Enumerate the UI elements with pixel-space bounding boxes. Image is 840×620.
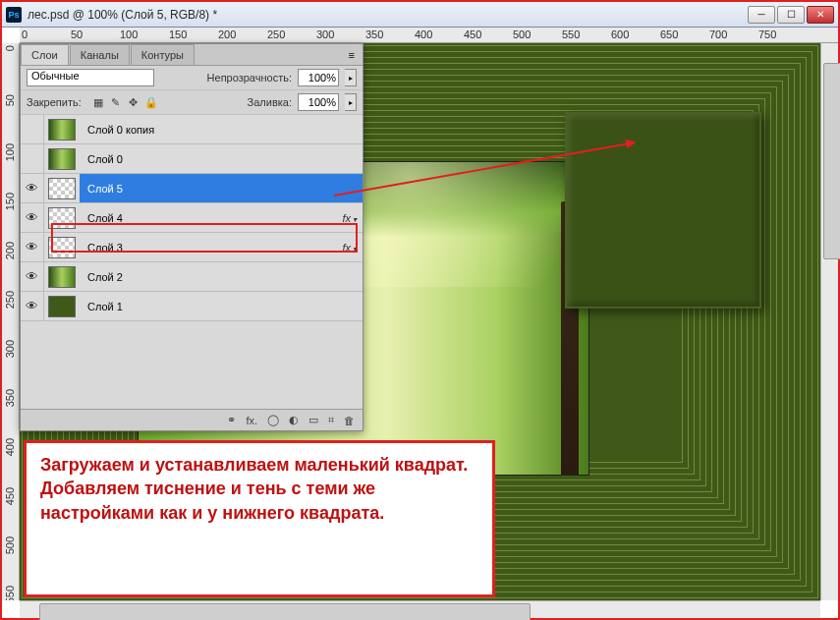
layer-name-label[interactable]: Слой 2 (80, 271, 327, 283)
layer-name-label[interactable]: Слой 0 копия (80, 124, 327, 136)
app-icon: Ps (6, 7, 22, 23)
tab-layers[interactable]: Слои (21, 44, 69, 65)
delete-layer-icon[interactable]: 🗑 (344, 415, 355, 426)
layer-name-label[interactable]: Слой 3 (80, 242, 327, 254)
blend-opacity-row: Обычные Непрозрачность: 100%▸ (21, 66, 363, 90)
vertical-scrollbar[interactable] (820, 43, 838, 600)
panel-tab-strip: Слои Каналы Контуры ≡ (21, 44, 363, 66)
opacity-label: Непрозрачность: (207, 72, 292, 84)
layer-fx-icon[interactable]: fx. (246, 415, 257, 426)
close-button[interactable]: ✕ (807, 6, 834, 24)
layer-fx-indicator[interactable]: fx▾ (327, 212, 363, 224)
layer-name-label[interactable]: Слой 4 (80, 212, 327, 224)
horizontal-scroll-thumb[interactable] (39, 603, 531, 620)
lock-fill-row: Закрепить: ▦ ✎ ✥ 🔒 Заливка: 100%▸ (21, 90, 363, 115)
layer-thumbnail[interactable] (44, 115, 80, 143)
layer-thumbnail[interactable] (44, 174, 80, 202)
opacity-dropdown-icon[interactable]: ▸ (345, 69, 357, 86)
ruler-vertical: 050100150200250300350400450500550 (2, 43, 20, 600)
tab-paths[interactable]: Контуры (131, 44, 195, 65)
opacity-input[interactable]: 100% (298, 69, 339, 86)
layer-row[interactable]: Слой 0 (21, 144, 363, 174)
layer-thumbnail[interactable] (44, 144, 80, 173)
tab-channels[interactable]: Каналы (70, 44, 130, 65)
layer-row[interactable]: 👁Слой 3fx▾ (21, 233, 363, 262)
ruler-horizontal: 0501001502002503003504004505005506006507… (20, 28, 838, 43)
layers-panel-footer: ⚭ fx. ◯ ◐ ▭ ⌗ 🗑 (21, 409, 363, 430)
fill-input[interactable]: 100% (298, 93, 339, 111)
maximize-button[interactable]: ☐ (777, 6, 805, 24)
fill-dropdown-icon[interactable]: ▸ (345, 93, 357, 111)
minimize-button[interactable]: ─ (748, 6, 775, 24)
adjustment-layer-icon[interactable]: ◐ (289, 414, 299, 426)
visibility-toggle[interactable]: 👁 (21, 233, 44, 261)
visibility-toggle[interactable]: 👁 (21, 292, 44, 320)
layer-name-label[interactable]: Слой 1 (80, 301, 327, 312)
panel-menu-icon[interactable]: ≡ (341, 45, 363, 65)
layer-row[interactable]: 👁Слой 4fx▾ (21, 203, 363, 233)
window-title: лес.psd @ 100% (Слой 5, RGB/8) * (28, 8, 748, 22)
visibility-toggle[interactable] (21, 115, 44, 143)
lock-position-icon[interactable]: ✥ (127, 95, 140, 109)
visibility-toggle[interactable]: 👁 (21, 174, 44, 202)
layer-list: Слой 0 копияСлой 0👁Слой 5👁Слой 4fx▾👁Слой… (21, 115, 363, 409)
fill-label: Заливка: (248, 96, 292, 108)
layer-row[interactable]: 👁Слой 5 (21, 174, 363, 203)
visibility-toggle[interactable]: 👁 (21, 262, 44, 291)
instruction-annotation: Загружаем и устанавливаем маленький квад… (24, 440, 495, 597)
layer-row[interactable]: Слой 0 копия (21, 115, 363, 144)
horizontal-scrollbar[interactable] (20, 600, 820, 618)
layer-thumbnail[interactable] (44, 292, 80, 320)
small-embossed-square (565, 112, 761, 309)
lock-transparency-icon[interactable]: ▦ (91, 95, 105, 109)
layers-panel: Слои Каналы Контуры ≡ Обычные Непрозрачн… (20, 43, 364, 431)
lock-all-icon[interactable]: 🔒 (144, 95, 158, 109)
lock-pixels-icon[interactable]: ✎ (109, 95, 123, 109)
layer-name-label[interactable]: Слой 5 (80, 183, 327, 195)
window-titlebar: Ps лес.psd @ 100% (Слой 5, RGB/8) * ─ ☐ … (2, 2, 838, 28)
visibility-toggle[interactable] (21, 144, 44, 173)
layer-thumbnail[interactable] (44, 203, 80, 232)
vertical-scroll-thumb[interactable] (823, 63, 840, 259)
layer-name-label[interactable]: Слой 0 (80, 153, 327, 165)
layer-group-icon[interactable]: ▭ (308, 414, 318, 426)
instruction-text: Загружаем и устанавливаем маленький квад… (40, 453, 478, 525)
layer-fx-indicator[interactable]: fx▾ (327, 242, 363, 254)
layer-mask-icon[interactable]: ◯ (267, 414, 279, 426)
link-layers-icon[interactable]: ⚭ (227, 414, 236, 426)
layer-thumbnail[interactable] (44, 233, 80, 261)
layer-row[interactable]: 👁Слой 1 (21, 292, 363, 321)
blend-mode-select[interactable]: Обычные (27, 69, 154, 86)
visibility-toggle[interactable]: 👁 (21, 203, 44, 232)
layer-row[interactable]: 👁Слой 2 (21, 262, 363, 292)
layer-thumbnail[interactable] (44, 262, 80, 291)
lock-label: Закрепить: (27, 96, 82, 108)
new-layer-icon[interactable]: ⌗ (328, 414, 334, 426)
